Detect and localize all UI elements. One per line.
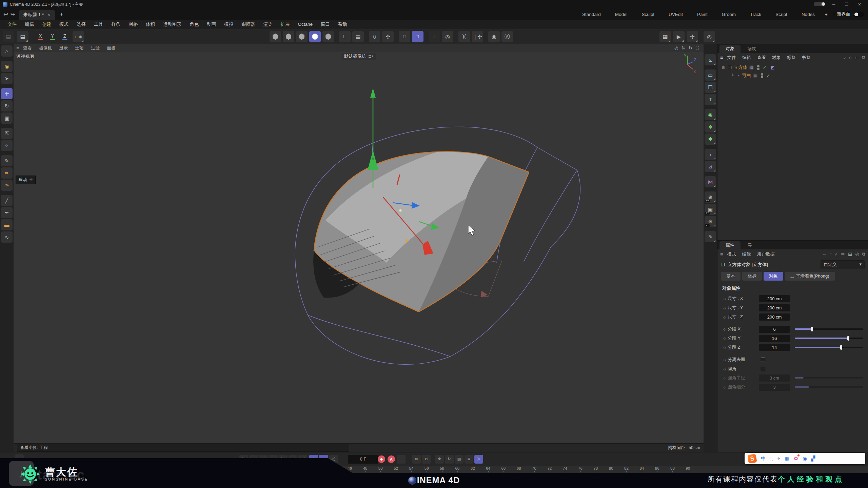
key-diamond-icon[interactable]: ◇ bbox=[722, 346, 728, 349]
keying-filter-button[interactable]: ⊘ bbox=[422, 455, 431, 464]
menu-item[interactable]: 选择 bbox=[73, 21, 90, 27]
object-tree-row[interactable]: ⊟ ❒ 立方体 ▨ ✓ ◩ bbox=[721, 63, 868, 72]
visibility-toggles[interactable] bbox=[761, 73, 763, 78]
record-button[interactable]: ◆ ◆ bbox=[377, 455, 386, 464]
viewport-mini-icon[interactable]: ◎ bbox=[674, 45, 678, 51]
attribute-value-input[interactable]: 6 bbox=[759, 326, 790, 333]
attribute-section-tab[interactable]: 坐标 bbox=[742, 272, 762, 281]
menu-item[interactable]: 角色 bbox=[185, 21, 203, 27]
toolbar-icon[interactable]: ◎ bbox=[442, 31, 453, 42]
close-button[interactable]: ✕ bbox=[854, 2, 865, 7]
viewport-menu-item[interactable]: 查看 bbox=[20, 45, 35, 51]
key-diamond-icon[interactable]: ◇ bbox=[722, 315, 728, 319]
menu-item[interactable]: 动画 bbox=[203, 21, 220, 27]
viewport-mini-icon[interactable]: ⛶ bbox=[696, 45, 699, 51]
attribute-slider[interactable] bbox=[795, 328, 863, 330]
undo-icon[interactable]: ↩ bbox=[3, 11, 8, 18]
object-name[interactable]: 立方体 bbox=[734, 64, 748, 70]
keying-filter-button[interactable]: ▨ bbox=[455, 455, 463, 464]
keying-filter-button[interactable]: ≣ bbox=[465, 455, 473, 464]
create-icon[interactable]: ✎ bbox=[705, 231, 716, 242]
key-diamond-icon[interactable]: ◇ bbox=[722, 358, 728, 362]
menu-item[interactable]: 样条 bbox=[107, 21, 124, 27]
attribute-value-input[interactable]: 200 cm bbox=[759, 295, 790, 302]
axis-lock-button[interactable]: X bbox=[35, 31, 45, 42]
am-nav-icon[interactable]: ⌕ bbox=[835, 251, 837, 257]
am-menu-icon[interactable]: ≡ bbox=[720, 251, 723, 257]
create-icon[interactable]: ❒ bbox=[705, 82, 716, 93]
key-diamond-icon[interactable]: ◇ bbox=[722, 337, 728, 340]
om-menu-item[interactable]: 文件 bbox=[725, 55, 739, 61]
om-menu-item[interactable]: 查看 bbox=[754, 55, 769, 61]
attribute-slider[interactable] bbox=[795, 347, 863, 348]
ime-icon[interactable]: 中 bbox=[761, 455, 766, 462]
create-icon[interactable]: ▣ ST bbox=[705, 204, 716, 215]
toolbar-icon[interactable] bbox=[270, 31, 281, 42]
camera-label[interactable]: 默认摄像机 ⊐• bbox=[341, 53, 376, 60]
axis-lock-button[interactable]: Z bbox=[60, 31, 70, 42]
toolbar-icon[interactable]: ◉ bbox=[488, 31, 500, 42]
menu-item[interactable]: 跟踪器 bbox=[237, 21, 259, 27]
layer-toggle[interactable]: ▨ bbox=[753, 74, 757, 78]
attribute-manager-tab[interactable]: 层 bbox=[741, 241, 758, 249]
close-tab-icon[interactable]: × bbox=[48, 13, 51, 18]
tool-icon[interactable]: ∿ bbox=[1, 231, 13, 243]
new-ui-toggle[interactable] bbox=[854, 12, 864, 17]
menu-item[interactable]: 模式 bbox=[55, 21, 73, 27]
document-tab[interactable]: 未标题 1 * × bbox=[19, 10, 55, 20]
tool-icon[interactable]: ⁘ bbox=[1, 140, 13, 151]
ime-icon[interactable]: ⌖ bbox=[777, 455, 780, 462]
viewport-menu-item[interactable]: 显示 bbox=[56, 45, 71, 51]
attribute-checkbox[interactable] bbox=[761, 367, 765, 371]
ime-icon[interactable]: ’, bbox=[770, 456, 773, 462]
coordinate-system-icon[interactable]: ⬓ bbox=[17, 31, 28, 42]
create-icon[interactable]: ⊾ bbox=[705, 54, 716, 65]
menu-item[interactable]: 创建 bbox=[38, 21, 55, 27]
am-nav-icon[interactable]: ← bbox=[822, 251, 827, 257]
om-icon[interactable]: ≔ bbox=[855, 55, 859, 60]
toolbar-icon[interactable]: ▤ bbox=[352, 31, 364, 42]
tool-icon[interactable]: ▣ bbox=[1, 113, 13, 124]
preset-dropdown[interactable]: 自定义 ▾ bbox=[821, 260, 865, 269]
add-document-tab-button[interactable]: + bbox=[55, 9, 68, 20]
attribute-slider[interactable] bbox=[795, 338, 863, 339]
am-nav-icon[interactable]: ⧉ bbox=[862, 251, 865, 257]
am-nav-icon[interactable]: ◎ bbox=[855, 251, 859, 257]
keying-filter-button[interactable]: ⊕ bbox=[412, 455, 421, 464]
menu-item[interactable]: 模拟 bbox=[220, 21, 237, 27]
add-layout-button[interactable]: + bbox=[825, 9, 831, 20]
create-icon[interactable]: ❖ bbox=[705, 121, 716, 133]
create-icon[interactable]: T bbox=[705, 94, 716, 105]
toolbar-icon[interactable]: Ⓐ bbox=[501, 31, 513, 42]
attribute-value-input[interactable]: 200 cm bbox=[759, 313, 790, 321]
toolbar-icon[interactable]: ∪ bbox=[369, 31, 380, 42]
attribute-section-tab[interactable]: 对象 bbox=[764, 272, 783, 281]
viewport-menu-item[interactable]: 摄像机 bbox=[36, 45, 55, 51]
attribute-group-title[interactable]: 对象属性 bbox=[722, 285, 868, 291]
create-icon[interactable]: ⊿ bbox=[705, 161, 716, 172]
attribute-slider[interactable] bbox=[795, 377, 863, 379]
am-nav-icon[interactable]: ≔ bbox=[841, 251, 845, 257]
toolbar-icon[interactable] bbox=[296, 31, 308, 42]
tool-icon[interactable]: ✛ bbox=[1, 88, 13, 99]
menu-item[interactable]: 工具 bbox=[90, 21, 107, 27]
toolbar-icon[interactable]: ⌗ bbox=[399, 31, 410, 42]
am-menu-item[interactable]: 用户数据 bbox=[754, 251, 777, 257]
toolbar-icon[interactable]: )( bbox=[458, 31, 470, 42]
tool-icon[interactable]: ✎ bbox=[1, 155, 13, 166]
toolbar-icon[interactable]: ◌ bbox=[429, 31, 440, 42]
layout-tab[interactable]: Track bbox=[743, 12, 768, 17]
om-icon[interactable]: ⧉ bbox=[862, 55, 865, 60]
toolbar-icon[interactable] bbox=[283, 31, 294, 42]
axis-lock-button[interactable]: Y bbox=[47, 31, 58, 42]
toolbar-icon[interactable] bbox=[322, 31, 334, 42]
ime-toolbar[interactable]: S 中 ’, ⌖ ▦ bbox=[745, 453, 865, 464]
render-icon[interactable]: ✣ bbox=[687, 31, 698, 42]
menu-item[interactable]: 网格 bbox=[124, 21, 142, 27]
layout-tab[interactable]: Script bbox=[769, 12, 794, 17]
attribute-section-tab[interactable]: ⌓ 平滑着色(Phong) bbox=[785, 272, 835, 281]
attribute-manager-tab[interactable]: 属性 bbox=[719, 241, 741, 249]
titlebar-toggle[interactable] bbox=[814, 2, 825, 6]
keying-filter-button[interactable]: ✥ bbox=[435, 455, 444, 464]
tool-icon[interactable]: ✒ bbox=[1, 207, 13, 218]
